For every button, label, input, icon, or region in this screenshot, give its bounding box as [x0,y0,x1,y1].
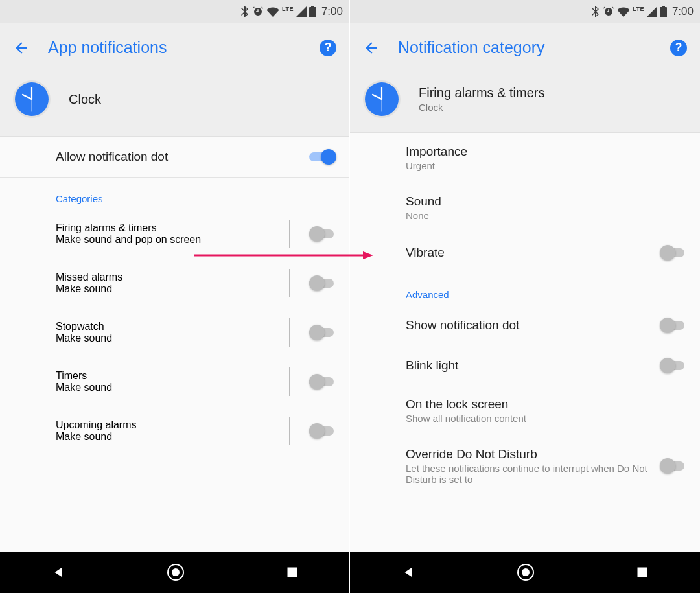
battery-icon [660,6,667,17]
dnd-sub: Let these notifications continue to inte… [406,463,660,485]
help-icon[interactable]: ? [320,40,336,56]
category-switch[interactable] [309,423,336,439]
channel-info-header: Firing alarms & timers Clock [350,69,700,133]
category-title: Firing alarms & timers [56,222,271,234]
dnd-row[interactable]: Override Do Not Disturb Let these notifi… [350,436,700,487]
help-icon[interactable]: ? [670,40,687,56]
categories-header: Categories [0,178,349,209]
channel-title: Firing alarms & timers [419,86,544,100]
importance-row[interactable]: Importance Urgent [350,133,700,183]
dnd-label: Override Do Not Disturb [406,447,660,461]
app-info-header: Clock [0,69,349,137]
blink-switch[interactable] [660,357,687,374]
screen-app-notifications: LTE 7:00 App notifications ? Clock Allow… [0,0,350,593]
back-icon[interactable] [13,40,30,56]
wifi-icon [266,6,279,17]
category-sub: Make sound and pop on screen [56,234,271,246]
category-title: Upcoming alarms [56,419,271,431]
allow-dot-switch[interactable] [309,148,336,165]
clock-app-icon [363,80,401,118]
show-dot-switch[interactable] [660,317,687,334]
battery-icon [309,6,316,17]
vibrate-label: Vibrate [406,246,660,260]
category-switch[interactable] [309,373,336,390]
nav-back-icon[interactable] [401,565,415,579]
svg-rect-3 [287,568,297,577]
nav-bar [0,552,349,593]
category-sub: Make sound [56,431,271,443]
lte-label: LTE [633,6,644,12]
divider-vertical [289,220,290,248]
allow-dot-label: Allow notification dot [56,150,309,164]
sound-value: None [406,210,687,221]
divider-vertical [289,367,290,396]
sound-label: Sound [406,194,687,209]
category-switch[interactable] [309,324,336,341]
category-switch[interactable] [309,275,336,292]
svg-line-1 [23,95,32,99]
clock-app-icon [13,80,51,118]
alarm-icon [603,6,614,17]
back-icon[interactable] [363,40,380,56]
importance-label: Importance [406,145,687,159]
lockscreen-label: On the lock screen [406,397,687,412]
wifi-icon [617,6,630,17]
signal-icon [296,6,307,17]
lte-label: LTE [282,6,294,12]
nav-home-icon[interactable] [167,564,184,581]
divider-vertical [289,318,290,347]
page-title: Notification category [398,38,652,57]
app-name: Clock [69,92,101,107]
page-title: App notifications [48,38,301,57]
signal-icon [647,6,657,17]
svg-rect-7 [638,568,648,577]
content-area: Allow notification dot Categories Firing… [0,137,349,552]
clock-time: 7:00 [672,5,694,18]
content-area: Importance Urgent Sound None Vibrate Adv… [350,133,700,552]
sound-row[interactable]: Sound None [350,183,700,233]
divider-vertical [289,269,290,297]
nav-recent-icon[interactable] [636,566,649,579]
clock-time: 7:00 [321,5,343,18]
show-dot-label: Show notification dot [406,318,660,332]
blink-row[interactable]: Blink light [350,345,700,386]
dnd-switch[interactable] [660,458,687,474]
importance-value: Urgent [406,160,687,171]
category-sub: Make sound [56,283,271,295]
app-bar: Notification category ? [350,23,700,69]
category-title: Stopwatch [56,321,271,332]
category-title: Missed alarms [56,272,271,283]
vibrate-switch[interactable] [660,244,687,261]
blink-label: Blink light [406,358,660,373]
alarm-icon [252,6,264,17]
category-sub: Make sound [56,382,271,393]
show-dot-row[interactable]: Show notification dot [350,305,700,345]
status-bar: LTE 7:00 [350,0,700,23]
divider-vertical [289,417,290,445]
category-sub: Make sound [56,332,271,344]
nav-back-icon[interactable] [51,565,65,579]
nav-bar [350,552,700,593]
category-switch[interactable] [309,226,336,242]
status-bar: LTE 7:00 [0,0,349,23]
nav-home-icon[interactable] [517,564,534,581]
nav-recent-icon[interactable] [286,566,299,579]
category-missed-alarms[interactable]: Missed alarms Make sound [0,259,349,308]
svg-line-5 [373,95,382,99]
category-title: Timers [56,370,271,382]
lockscreen-value: Show all notification content [406,413,687,424]
category-upcoming-alarms[interactable]: Upcoming alarms Make sound [0,406,349,456]
category-timers[interactable]: Timers Make sound [0,357,349,406]
bluetooth-icon [240,6,250,17]
allow-notification-dot-row[interactable]: Allow notification dot [0,137,349,177]
app-bar: App notifications ? [0,23,349,69]
lockscreen-row[interactable]: On the lock screen Show all notification… [350,386,700,436]
category-firing-alarms[interactable]: Firing alarms & timers Make sound and po… [0,209,349,259]
vibrate-row[interactable]: Vibrate [350,233,700,273]
bluetooth-icon [591,6,600,17]
screen-notification-category: LTE 7:00 Notification category ? Firing … [350,0,700,593]
channel-sub: Clock [419,102,544,113]
advanced-header: Advanced [350,273,700,305]
category-stopwatch[interactable]: Stopwatch Make sound [0,308,349,357]
